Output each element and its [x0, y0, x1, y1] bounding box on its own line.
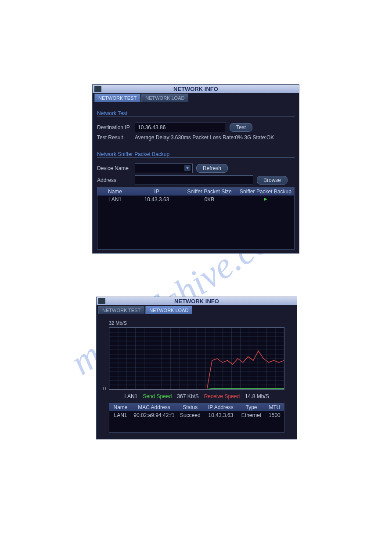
tab-network-load[interactable]: NETWORK LOAD	[145, 306, 192, 314]
col-size: Sniffer Packet Size	[181, 189, 238, 195]
label-test-result: Test Result	[97, 134, 131, 141]
test-button[interactable]: Test	[230, 123, 252, 132]
tab-bar: NETWORK TEST NETWORK LOAD	[93, 93, 299, 102]
cell-ip: 10.43.3.63	[133, 196, 181, 203]
legend-recv-label: Receive Speed	[204, 393, 240, 399]
window-title: NETWORK INFO	[173, 86, 218, 92]
legend-send-label: Send Speed	[143, 393, 172, 399]
table-row[interactable]: LAN1 10.43.3.63 0KB ▶	[97, 196, 294, 203]
address-input[interactable]	[135, 175, 253, 185]
col-name: Name	[109, 404, 132, 410]
content-pane: 32 Mb/S 0 LAN1 Send Speed 367 Kb/S Recei…	[97, 314, 297, 439]
tab-bar: NETWORK TEST NETWORK LOAD	[97, 305, 297, 314]
tab-network-load[interactable]: NETWORK LOAD	[141, 94, 188, 102]
network-load-chart: 0	[109, 327, 284, 390]
content-pane: Network Test Destination IP Test Test Re…	[93, 102, 299, 253]
window-title: NETWORK INFO	[174, 298, 219, 305]
play-icon[interactable]: ▶	[238, 196, 293, 203]
titlebar: NETWORK INFO	[93, 85, 299, 93]
col-backup: Sniffer Packet Backup	[238, 189, 293, 195]
cell-type: Ethernet	[237, 412, 265, 418]
browse-button[interactable]: Browse	[257, 176, 288, 185]
table-header: Name MAC Address Status IP Address Type …	[109, 403, 284, 411]
label-destination-ip: Destination IP	[97, 124, 131, 131]
app-icon	[94, 86, 101, 92]
cell-name: LAN1	[109, 412, 132, 418]
cell-mac: 90:02:a9:94:42:f1	[132, 412, 176, 418]
sniffer-table: Name IP Sniffer Packet Size Sniffer Pack…	[97, 187, 295, 250]
col-status: Status	[176, 404, 204, 410]
legend-lan: LAN1	[124, 393, 137, 399]
legend-send-value: 367 Kb/S	[177, 393, 198, 399]
label-address: Address	[97, 177, 131, 183]
refresh-button[interactable]: Refresh	[196, 164, 228, 173]
col-type: Type	[237, 404, 265, 410]
test-result-value: Average Delay:3.630ms Packet Loss Rate:0…	[135, 134, 274, 141]
window-network-load: NETWORK INFO NETWORK TEST NETWORK LOAD 3…	[96, 297, 297, 439]
cell-mtu: 1500	[265, 412, 284, 418]
col-name: Name	[97, 189, 133, 195]
window-network-test: NETWORK INFO NETWORK TEST NETWORK LOAD N…	[92, 84, 299, 254]
section-sniffer: Network Sniffer Packet Backup	[97, 151, 295, 158]
interface-table: Name MAC Address Status IP Address Type …	[109, 403, 284, 433]
cell-name: LAN1	[97, 196, 133, 203]
cell-ip: 10.43.3.63	[204, 412, 237, 418]
table-row[interactable]: LAN1 90:02:a9:94:42:f1 Succeed 10.43.3.6…	[109, 411, 284, 419]
destination-ip-input[interactable]	[135, 123, 226, 132]
table-header: Name IP Sniffer Packet Size Sniffer Pack…	[97, 188, 294, 196]
label-device-name: Device Name	[97, 165, 131, 171]
legend: LAN1 Send Speed 367 Kb/S Receive Speed 1…	[101, 393, 292, 399]
cell-status: Succeed	[176, 412, 204, 418]
device-name-select[interactable]	[135, 163, 193, 173]
cell-size: 0KB	[181, 196, 238, 203]
titlebar: NETWORK INFO	[97, 297, 297, 305]
app-icon	[98, 298, 105, 304]
tab-network-test[interactable]: NETWORK TEST	[94, 94, 140, 102]
col-ip: IP Address	[204, 404, 237, 410]
col-mtu: MTU	[265, 404, 284, 410]
col-ip: IP	[133, 189, 181, 195]
col-mac: MAC Address	[132, 404, 176, 410]
y-axis-top: 32 Mb/S	[109, 320, 292, 326]
section-network-test: Network Test	[97, 110, 295, 117]
legend-recv-value: 14.8 Mb/S	[245, 393, 269, 399]
y-axis-zero: 0	[103, 386, 106, 391]
tab-network-test[interactable]: NETWORK TEST	[98, 306, 144, 314]
